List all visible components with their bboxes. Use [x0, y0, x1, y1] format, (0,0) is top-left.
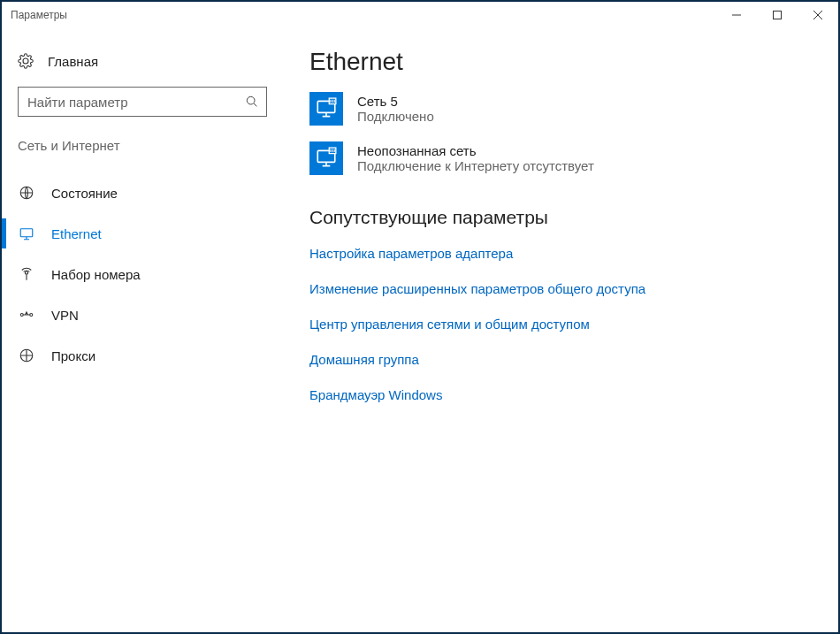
sidebar-item-vpn[interactable]: VPN [2, 294, 283, 335]
network-item[interactable]: Сеть 5 Подключено [309, 92, 812, 126]
network-icon [309, 92, 343, 126]
network-icon [309, 141, 343, 175]
network-texts: Сеть 5 Подключено [357, 94, 434, 124]
link-adapter-settings[interactable]: Настройка параметров адаптера [309, 246, 513, 261]
content: Главная Сеть и Интернет Состояние [2, 28, 838, 630]
related-links: Настройка параметров адаптера Изменение … [309, 246, 812, 403]
link-advanced-sharing[interactable]: Изменение расширенных параметров общего … [309, 281, 645, 296]
svg-point-6 [30, 314, 33, 317]
svg-point-4 [25, 271, 27, 274]
sidebar-category: Сеть и Интернет [2, 133, 283, 158]
window-controls [716, 2, 838, 28]
sidebar-item-ethernet[interactable]: Ethernet [2, 213, 283, 254]
list-item: Брандмауэр Windows [309, 387, 812, 403]
home-label: Главная [48, 54, 98, 69]
main-panel: Ethernet Сеть 5 Подключено Неопознанная … [283, 28, 838, 630]
network-name: Неопознанная сеть [357, 143, 594, 158]
related-title: Сопутствующие параметры [309, 207, 812, 228]
search-box[interactable] [18, 87, 267, 117]
sidebar-item-proxy[interactable]: Прокси [2, 335, 283, 376]
link-network-center[interactable]: Центр управления сетями и общим доступом [309, 317, 590, 332]
sidebar: Главная Сеть и Интернет Состояние [2, 28, 283, 630]
sidebar-item-label: Прокси [51, 348, 95, 363]
home-button[interactable]: Главная [2, 46, 283, 76]
network-texts: Неопознанная сеть Подключение к Интернет… [357, 143, 594, 173]
sidebar-nav: Состояние Ethernet Набор номера [2, 172, 283, 376]
svg-rect-3 [20, 229, 33, 237]
dialup-icon [18, 266, 35, 282]
close-button[interactable] [798, 2, 838, 27]
minimize-button[interactable] [716, 2, 757, 27]
sidebar-item-dialup[interactable]: Набор номера [2, 254, 283, 294]
maximize-button[interactable] [757, 2, 798, 27]
network-name: Сеть 5 [357, 94, 434, 109]
network-status: Подключено [357, 109, 434, 124]
page-title: Ethernet [309, 48, 812, 76]
svg-rect-0 [774, 11, 782, 19]
search-wrap [18, 87, 267, 117]
titlebar: Параметры [2, 2, 838, 28]
list-item: Домашняя группа [309, 352, 812, 368]
sidebar-item-status[interactable]: Состояние [2, 172, 283, 213]
sidebar-item-label: Состояние [51, 186, 118, 201]
proxy-icon [18, 348, 35, 363]
network-status: Подключение к Интернету отсутствует [357, 158, 594, 173]
sidebar-item-label: VPN [51, 308, 79, 323]
sidebar-item-label: Ethernet [51, 226, 102, 241]
list-item: Изменение расширенных параметров общего … [309, 281, 812, 297]
gear-icon [18, 53, 34, 69]
search-input[interactable] [19, 88, 266, 116]
link-homegroup[interactable]: Домашняя группа [309, 352, 419, 367]
svg-point-5 [20, 314, 23, 317]
window-title: Параметры [2, 9, 67, 21]
network-item[interactable]: Неопознанная сеть Подключение к Интернет… [309, 141, 812, 175]
list-item: Настройка параметров адаптера [309, 246, 812, 262]
vpn-icon [18, 307, 35, 323]
globe-icon [18, 185, 35, 201]
settings-window: Параметры Главная [0, 0, 840, 634]
sidebar-item-label: Набор номера [51, 267, 141, 282]
list-item: Центр управления сетями и общим доступом [309, 317, 812, 332]
ethernet-icon [18, 225, 35, 241]
link-firewall[interactable]: Брандмауэр Windows [309, 387, 442, 402]
